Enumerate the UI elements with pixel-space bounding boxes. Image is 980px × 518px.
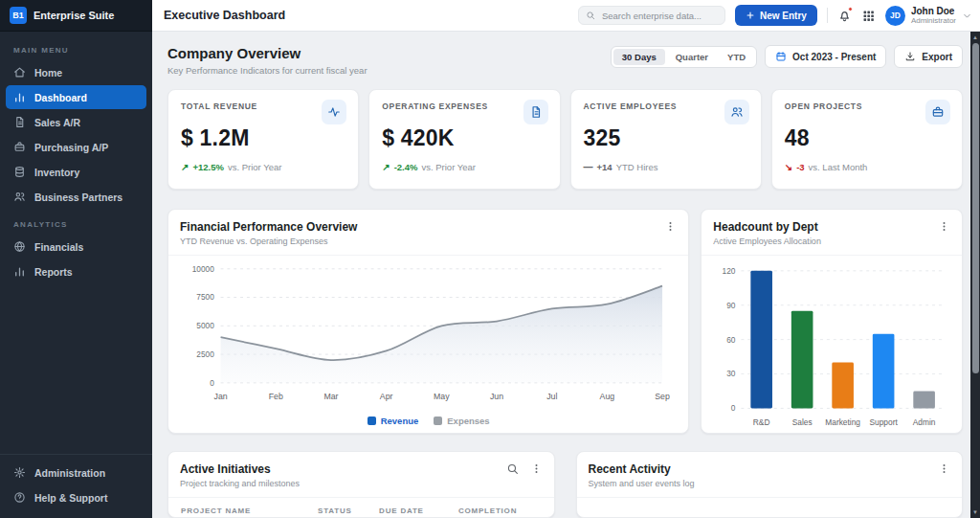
search-input[interactable] [600,10,718,22]
sidebar-item-reports[interactable]: Reports [6,259,146,283]
kpi-row: TOTAL REVENUE $ 1.2M ↗ +12.5% vs. Prior … [167,89,963,190]
sidebar-footer: Administration Help & Support [0,454,152,518]
bar-chart-svg: 0306090120R&DSalesMarketingSupportAdmin [709,261,954,433]
scrollbar-up-arrow-icon[interactable]: ▲ [970,33,980,42]
kebab-menu-icon[interactable] [530,462,543,475]
svg-text:10000: 10000 [192,264,214,274]
table-column-completion[interactable]: COMPLETION [458,507,542,515]
svg-text:Admin: Admin [913,417,936,427]
date-range-tabs: 30 DaysQuarterYTD [611,46,757,68]
range-tab-30-days[interactable]: 30 Days [613,49,665,65]
briefcase-icon [13,141,26,153]
global-search[interactable] [578,6,725,25]
sidebar-item-business-partners[interactable]: Business Partners [6,185,146,209]
svg-text:60: 60 [727,335,737,345]
kebab-menu-icon[interactable] [938,220,950,233]
briefcase-icon [925,100,950,124]
date-picker-button[interactable]: Oct 2023 - Present [765,45,886,68]
page-header: Company Overview Key Performance Indicat… [167,45,963,76]
svg-text:7500: 7500 [196,292,214,302]
sidebar-menu: MAIN MENU Home Dashboard Sales A/R Purch… [0,32,152,284]
scrollbar-down-arrow-icon[interactable]: ▼ [970,507,980,517]
initiatives-header-text: Active Initiatives Project tracking and … [180,462,300,488]
kpi-trend: ↘ -3 vs. Last Month [785,162,949,172]
kpi-value: 48 [785,125,949,151]
headcount-chart-card: Headcount by Dept Active Employees Alloc… [701,209,963,434]
sidebar-item-inventory[interactable]: Inventory [6,160,146,184]
notifications-button[interactable] [837,9,852,23]
trend-arrow-icon: ↗ [382,162,390,172]
legend-item-expenses[interactable]: Expenses [434,416,489,426]
kebab-menu-icon[interactable] [938,462,950,475]
activity-header: Recent Activity System and user events l… [577,452,963,498]
sidebar-item-sales-a-r[interactable]: Sales A/R [6,110,146,134]
legend-label: Revenue [381,416,419,426]
export-button[interactable]: Export [894,45,963,68]
new-entry-label: New Entry [760,11,807,21]
range-tab-quarter[interactable]: Quarter [667,49,717,65]
new-entry-button[interactable]: New Entry [735,5,817,26]
bar-chart-icon [13,265,26,278]
app-root: B1 Enterprise Suite MAIN MENU Home Dashb… [0,0,980,518]
svg-text:R&D: R&D [753,417,770,427]
page-title: Company Overview [167,45,368,61]
page-header-text: Company Overview Key Performance Indicat… [167,45,368,76]
svg-text:Jul: Jul [546,392,557,401]
sidebar-item-financials[interactable]: Financials [6,235,146,259]
svg-text:120: 120 [723,266,736,276]
trend-value: -2.4% [394,162,418,172]
kpi-value: $ 1.2M [181,125,345,151]
page-subtitle: Key Performance Indicators for current f… [167,65,368,76]
chevron-down-icon [962,11,972,21]
svg-text:May: May [434,392,450,401]
database-icon [13,166,26,178]
apps-grid-button[interactable] [861,9,876,23]
sidebar-item-label: Home [34,67,62,79]
kpi-card-active-employees: ACTIVE EMPLOYEES 325 — +14 YTD Hires [570,89,762,190]
svg-text:Feb: Feb [269,392,283,401]
trend-context: vs. Prior Year [421,162,476,172]
content: Company Overview Key Performance Indicat… [152,32,980,518]
search-icon[interactable] [506,462,519,475]
table-column-due-date[interactable]: DUE DATE [379,507,458,515]
kpi-value: 325 [584,125,748,151]
headcount-chart-header: Headcount by Dept Active Employees Alloc… [702,210,962,256]
topbar-actions: New Entry JD John Doe Administrator [578,5,972,26]
user-name: John Doe [911,6,956,17]
headcount-chart-subtitle: Active Employees Allocation [713,236,821,246]
sidebar-item-administration[interactable]: Administration [6,461,146,484]
brand[interactable]: B1 Enterprise Suite [0,0,152,32]
table-column-project-name[interactable]: PROJECT NAME [181,507,318,515]
document-icon [523,100,548,124]
search-icon [586,11,595,20]
sidebar-item-dashboard[interactable]: Dashboard [6,85,146,109]
initiatives-header: Active Initiatives Project tracking and … [168,452,554,498]
activity-subtitle: System and user events log [589,479,695,488]
sidebar-item-purchasing-a-p[interactable]: Purchasing A/P [6,135,146,159]
sidebar: B1 Enterprise Suite MAIN MENU Home Dashb… [0,0,152,518]
globe-icon [13,240,26,253]
sidebar-item-home[interactable]: Home [6,60,146,84]
user-menu[interactable]: JD John Doe Administrator [885,6,972,26]
main-area: Executive Dashboard New Entry [152,0,980,518]
plus-icon [746,11,755,20]
range-tab-ytd[interactable]: YTD [719,49,754,65]
kpi-card-operating-expenses: OPERATING EXPENSES $ 420K ↗ -2.4% vs. Pr… [368,89,560,190]
svg-text:30: 30 [727,369,737,378]
export-label: Export [922,52,952,62]
financial-area-chart: 025005000750010000 JanFebMarAprMayJunJul… [168,256,688,415]
sidebar-item-label: Inventory [34,167,79,178]
financial-chart-subtitle: YTD Revenue vs. Operating Expenses [180,236,357,246]
kebab-menu-icon[interactable] [664,220,677,233]
svg-text:2500: 2500 [196,349,214,359]
page-scrollbar[interactable]: ▲ ▼ [970,32,980,518]
sidebar-item-help-support[interactable]: Help & Support [6,485,146,509]
download-icon [904,51,916,62]
table-column-status[interactable]: STATUS [318,507,379,515]
activity-actions [938,462,950,475]
trend-arrow-icon: — [584,162,593,172]
scrollbar-thumb[interactable] [972,43,979,373]
sidebar-item-label: Business Partners [34,191,122,203]
user-role: Administrator [911,17,956,26]
legend-item-revenue[interactable]: Revenue [368,416,419,426]
